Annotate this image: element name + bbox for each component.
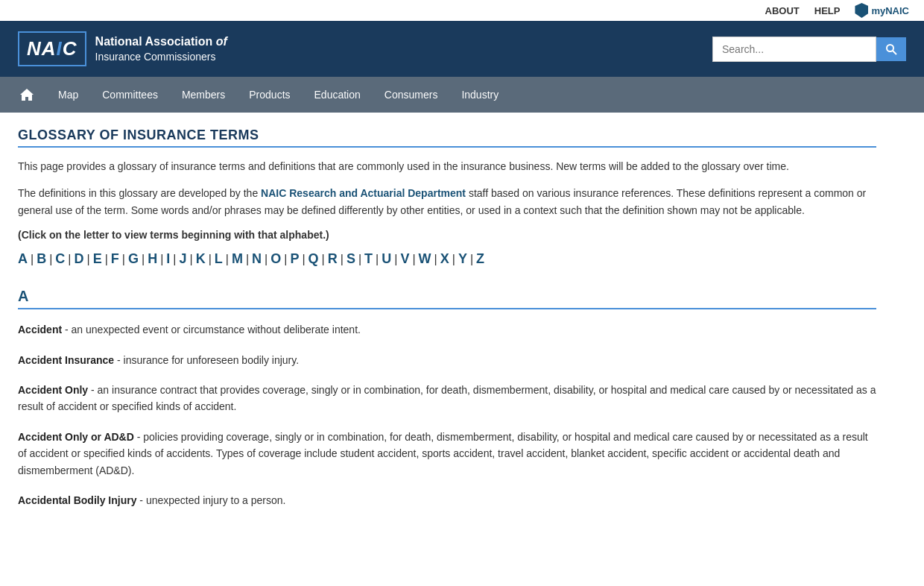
alpha-link-g[interactable]: G	[128, 251, 139, 267]
alpha-separator: |	[434, 253, 437, 266]
nav-item-map[interactable]: Map	[46, 78, 90, 111]
alpha-separator: |	[142, 253, 145, 266]
svg-line-1	[893, 51, 896, 54]
alpha-separator: |	[86, 253, 89, 266]
svg-point-0	[887, 45, 893, 51]
term-entry: Accident - an unexpected event or circum…	[18, 321, 876, 338]
logo-line2: Insurance Commissioners	[95, 50, 227, 65]
alpha-link-d[interactable]: D	[74, 251, 83, 267]
logo-container: NAIC National Association of Insurance C…	[18, 31, 227, 66]
search-input[interactable]	[712, 37, 876, 62]
term-entry: Accident Only - an insurance contract th…	[18, 382, 876, 415]
search-button[interactable]	[876, 37, 906, 61]
alpha-link-p[interactable]: P	[290, 251, 299, 267]
logo-box: NAIC	[18, 31, 86, 66]
alpha-link-k[interactable]: K	[196, 251, 206, 267]
title-divider	[18, 146, 876, 148]
alpha-separator: |	[265, 253, 268, 266]
section-a: A Accident - an unexpected event or circ…	[18, 288, 876, 508]
search-container	[712, 37, 906, 62]
alpha-link-u[interactable]: U	[382, 251, 391, 267]
alpha-link-i[interactable]: I	[166, 251, 170, 267]
alpha-separator: |	[173, 253, 176, 266]
alpha-link-n[interactable]: N	[252, 251, 262, 267]
alpha-separator: |	[246, 253, 249, 266]
alpha-link-z[interactable]: Z	[476, 251, 484, 267]
alpha-separator: |	[68, 253, 71, 266]
nav-item-members[interactable]: Members	[170, 78, 237, 111]
main-content: GLOSSARY OF INSURANCE TERMS This page pr…	[0, 113, 894, 537]
alpha-separator: |	[160, 253, 163, 266]
help-link[interactable]: HELP	[814, 5, 841, 16]
alpha-link-h[interactable]: H	[148, 251, 157, 267]
mynaic-link[interactable]: myNAIC	[855, 3, 909, 18]
alpha-link-e[interactable]: E	[93, 251, 102, 267]
search-icon	[885, 43, 897, 55]
alpha-separator: |	[189, 253, 192, 266]
alpha-separator: |	[452, 253, 455, 266]
click-note: (Click on the letter to view terms begin…	[18, 229, 876, 241]
alpha-separator: |	[122, 253, 125, 266]
top-bar: ABOUT HELP myNAIC	[0, 0, 924, 21]
term-entry: Accident Only or AD&D - policies providi…	[18, 429, 876, 479]
alpha-separator: |	[209, 253, 212, 266]
term-name: Accident Only	[18, 384, 88, 396]
shield-icon	[855, 3, 868, 18]
alpha-link-r[interactable]: R	[328, 251, 338, 267]
home-nav-item[interactable]	[7, 88, 46, 101]
alpha-separator: |	[412, 253, 415, 266]
nav-item-committees[interactable]: Committees	[90, 78, 170, 111]
term-name: Accident	[18, 324, 62, 335]
term-entry: Accident Insurance - insurance for unfor…	[18, 352, 876, 368]
term-definition: - an unexpected event or circumstance wi…	[62, 324, 361, 335]
alpha-link-y[interactable]: Y	[458, 251, 467, 267]
section-a-divider	[18, 308, 876, 309]
terms-list: Accident - an unexpected event or circum…	[18, 321, 876, 508]
about-link[interactable]: ABOUT	[765, 5, 800, 16]
alpha-link-v[interactable]: V	[400, 251, 409, 267]
nav-item-education[interactable]: Education	[303, 78, 373, 111]
alpha-link-s[interactable]: S	[346, 251, 355, 267]
alpha-link-q[interactable]: Q	[308, 251, 319, 267]
naic-dept-link[interactable]: NAIC Research and Actuarial Department	[261, 187, 466, 199]
term-definition: - insurance for unforeseen bodily injury…	[114, 354, 299, 366]
term-definition: - an insurance contract that provides co…	[18, 384, 876, 412]
alpha-link-f[interactable]: F	[111, 251, 119, 267]
alpha-link-t[interactable]: T	[364, 251, 373, 267]
alpha-link-b[interactable]: B	[37, 251, 46, 267]
main-nav: Map Committees Members Products Educatio…	[0, 77, 924, 113]
logo-naic-text: NAIC	[27, 37, 77, 60]
alphabet-nav: A|B|C|D|E|F|G|H|I|J|K|L|M|N|O|P|Q|R|S|T|…	[18, 251, 876, 267]
alpha-link-o[interactable]: O	[270, 251, 281, 267]
logo-line1: National Association of	[95, 34, 227, 50]
alpha-separator: |	[31, 253, 34, 266]
alpha-separator: |	[49, 253, 52, 266]
home-icon	[19, 88, 34, 101]
alpha-separator: |	[376, 253, 379, 266]
alpha-link-j[interactable]: J	[179, 251, 186, 267]
alpha-link-w[interactable]: W	[419, 251, 431, 267]
alpha-separator: |	[226, 253, 229, 266]
nav-item-consumers[interactable]: Consumers	[373, 78, 450, 111]
term-name: Accident Insurance	[18, 354, 114, 366]
alpha-separator: |	[358, 253, 361, 266]
nav-item-products[interactable]: Products	[237, 78, 302, 111]
alpha-separator: |	[341, 253, 344, 266]
alpha-link-m[interactable]: M	[232, 251, 243, 267]
alpha-separator: |	[470, 253, 473, 266]
alpha-separator: |	[394, 253, 397, 266]
alpha-link-a[interactable]: A	[18, 251, 28, 267]
logo-text: National Association of Insurance Commis…	[95, 34, 227, 65]
alpha-separator: |	[284, 253, 287, 266]
term-entry: Accidental Bodily Injury - unexpected in…	[18, 492, 876, 508]
nav-item-industry[interactable]: Industry	[449, 78, 510, 111]
intro-paragraph-1: This page provides a glossary of insuran…	[18, 158, 876, 174]
intro-paragraph-2: The definitions in this glossary are dev…	[18, 185, 876, 218]
alpha-link-c[interactable]: C	[55, 251, 65, 267]
term-definition: - unexpected injury to a person.	[136, 494, 285, 506]
alpha-separator: |	[302, 253, 305, 266]
term-name: Accidental Bodily Injury	[18, 494, 136, 506]
alpha-link-l[interactable]: L	[215, 251, 223, 267]
alpha-link-x[interactable]: X	[440, 251, 449, 267]
term-name: Accident Only or AD&D	[18, 431, 134, 443]
